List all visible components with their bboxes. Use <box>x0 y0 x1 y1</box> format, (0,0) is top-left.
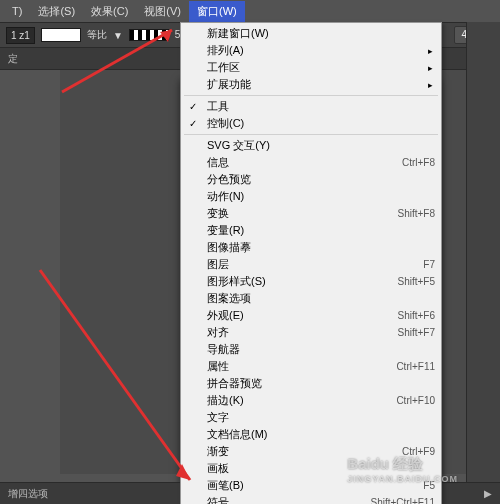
menu-item-11[interactable]: 动作(N) <box>183 188 439 205</box>
menu-item-label: 属性 <box>207 359 229 374</box>
menu-shortcut: Shift+Ctrl+F11 <box>371 497 435 504</box>
watermark-sub: JINGYAN.BAIDU.COM <box>347 474 458 484</box>
menu-shortcut: Ctrl+F11 <box>396 361 435 372</box>
menu-item-3[interactable]: 扩展功能 <box>183 76 439 93</box>
menu-item-2[interactable]: 工作区 <box>183 59 439 76</box>
menu-item-label: SVG 交互(Y) <box>207 138 270 153</box>
menu-item-label: 图层 <box>207 257 229 272</box>
menu-window[interactable]: 窗口(W) <box>189 1 245 22</box>
menu-item-label: 文档信息(M) <box>207 427 268 442</box>
menu-t[interactable]: T) <box>4 2 30 20</box>
menu-separator <box>184 95 438 96</box>
menu-item-label: 画笔(B) <box>207 478 244 493</box>
menu-item-label: 符号 <box>207 495 229 504</box>
menu-item-label: 扩展功能 <box>207 77 251 92</box>
panel-dock[interactable] <box>466 22 500 482</box>
menu-item-label: 文字 <box>207 410 229 425</box>
menu-item-label: 拼合器预览 <box>207 376 262 391</box>
menu-item-10[interactable]: 分色预览 <box>183 171 439 188</box>
menu-item-16[interactable]: 图形样式(S)Shift+F5 <box>183 273 439 290</box>
menu-item-19[interactable]: 对齐Shift+F7 <box>183 324 439 341</box>
menubar: T) 选择(S) 效果(C) 视图(V) 窗口(W) <box>0 0 500 22</box>
menu-shortcut: Shift+F6 <box>397 310 435 321</box>
menu-item-label: 描边(K) <box>207 393 244 408</box>
check-icon: ✓ <box>189 101 197 112</box>
menu-item-label: 画板 <box>207 461 229 476</box>
menu-item-20[interactable]: 导航器 <box>183 341 439 358</box>
zoom-field[interactable]: 1 z1 <box>6 27 35 44</box>
menu-shortcut: Shift+F7 <box>397 327 435 338</box>
menu-item-15[interactable]: 图层F7 <box>183 256 439 273</box>
menu-item-9[interactable]: 信息Ctrl+F8 <box>183 154 439 171</box>
status-arrow-icon[interactable]: ▶ <box>484 488 500 499</box>
menu-shortcut: Shift+F8 <box>397 208 435 219</box>
menu-item-label: 变量(R) <box>207 223 244 238</box>
fill-swatch[interactable] <box>41 28 81 42</box>
menu-item-22[interactable]: 拼合器预览 <box>183 375 439 392</box>
menu-shortcut: F7 <box>423 259 435 270</box>
menu-item-label: 对齐 <box>207 325 229 340</box>
menu-item-17[interactable]: 图案选项 <box>183 290 439 307</box>
window-menu-dropdown: 新建窗口(W)排列(A)工作区扩展功能✓工具✓控制(C)SVG 交互(Y)信息C… <box>180 22 442 504</box>
menu-item-label: 外观(E) <box>207 308 244 323</box>
watermark: Baidu 经验 JINGYAN.BAIDU.COM <box>347 455 458 484</box>
menu-item-label: 图案选项 <box>207 291 251 306</box>
proportion-label: 等比 <box>87 28 107 42</box>
check-icon: ✓ <box>189 118 197 129</box>
menu-item-13[interactable]: 变量(R) <box>183 222 439 239</box>
menu-shortcut: Shift+F5 <box>397 276 435 287</box>
menu-item-24[interactable]: 文字 <box>183 409 439 426</box>
menu-shortcut: Ctrl+F8 <box>402 157 435 168</box>
menu-item-label: 变换 <box>207 206 229 221</box>
menu-item-8[interactable]: SVG 交互(Y) <box>183 137 439 154</box>
menu-item-label: 工作区 <box>207 60 240 75</box>
menu-item-label: 新建窗口(W) <box>207 26 269 41</box>
menu-item-23[interactable]: 描边(K)Ctrl+F10 <box>183 392 439 409</box>
menu-item-label: 信息 <box>207 155 229 170</box>
menu-item-29[interactable]: 符号Shift+Ctrl+F11 <box>183 494 439 504</box>
menu-item-18[interactable]: 外观(E)Shift+F6 <box>183 307 439 324</box>
dropdown-arrow-icon[interactable]: ▼ <box>113 30 123 41</box>
menu-item-25[interactable]: 文档信息(M) <box>183 426 439 443</box>
status-label[interactable]: 增四选项 <box>0 487 56 501</box>
menu-select[interactable]: 选择(S) <box>30 1 83 22</box>
menu-item-label: 工具 <box>207 99 229 114</box>
menu-view[interactable]: 视图(V) <box>136 1 189 22</box>
watermark-main: Baidu 经验 <box>347 455 423 472</box>
menu-item-label: 图像描摹 <box>207 240 251 255</box>
menu-item-0[interactable]: 新建窗口(W) <box>183 25 439 42</box>
menu-item-1[interactable]: 排列(A) <box>183 42 439 59</box>
menu-separator <box>184 134 438 135</box>
menu-item-label: 图形样式(S) <box>207 274 266 289</box>
menu-item-label: 导航器 <box>207 342 240 357</box>
menu-item-label: 分色预览 <box>207 172 251 187</box>
stroke-style[interactable] <box>129 29 169 41</box>
menu-effect[interactable]: 效果(C) <box>83 1 136 22</box>
menu-item-21[interactable]: 属性Ctrl+F11 <box>183 358 439 375</box>
menu-shortcut: Ctrl+F10 <box>396 395 435 406</box>
menu-item-6[interactable]: ✓控制(C) <box>183 115 439 132</box>
menu-item-12[interactable]: 变换Shift+F8 <box>183 205 439 222</box>
menu-item-14[interactable]: 图像描摹 <box>183 239 439 256</box>
menu-item-label: 渐变 <box>207 444 229 459</box>
menu-item-5[interactable]: ✓工具 <box>183 98 439 115</box>
menu-item-label: 排列(A) <box>207 43 244 58</box>
subbar-label: 定 <box>8 53 18 64</box>
menu-item-label: 控制(C) <box>207 116 244 131</box>
menu-item-label: 动作(N) <box>207 189 244 204</box>
